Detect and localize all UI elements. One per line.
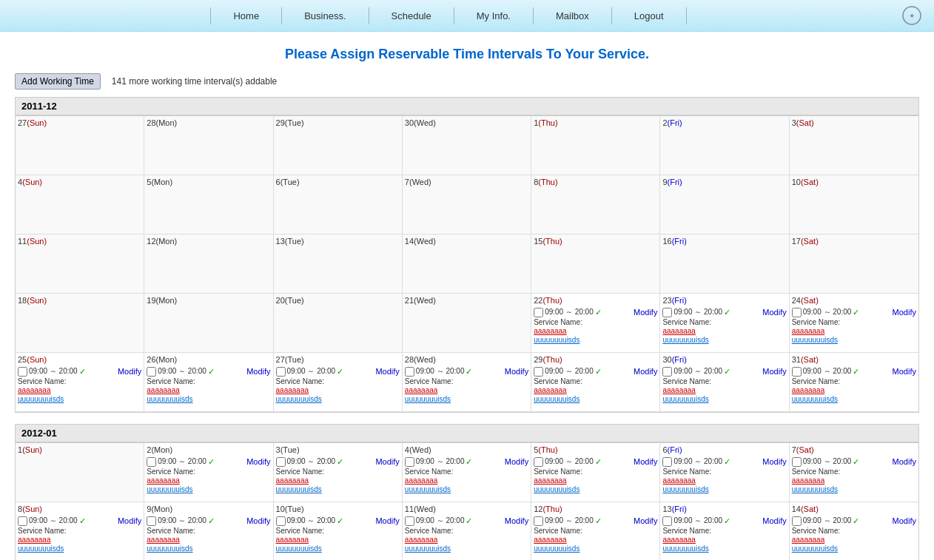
service-link[interactable]: aaaaaaaa	[18, 386, 141, 394]
modify-link[interactable]: Modify	[118, 367, 141, 376]
service-link[interactable]: aaaaaaaa	[147, 386, 270, 394]
modify-link[interactable]: Modify	[246, 457, 270, 466]
service-link[interactable]: aaaaaaaa	[405, 536, 528, 544]
time-checkbox[interactable]	[276, 457, 286, 467]
modify-link[interactable]: Modify	[634, 457, 657, 466]
time-checkbox[interactable]	[534, 367, 543, 377]
modify-link[interactable]: Modify	[634, 308, 657, 317]
service-link[interactable]: aaaaaaaa	[792, 386, 916, 394]
nav-schedule[interactable]: Schedule	[369, 7, 454, 24]
service-ids-link[interactable]: uuuuuuuuisds	[792, 485, 916, 493]
service-ids-link[interactable]: uuuuuuuuisds	[276, 485, 400, 493]
service-ids-link[interactable]: uuuuuuuuisds	[276, 544, 400, 553]
time-checkbox[interactable]	[147, 457, 156, 467]
time-checkbox[interactable]	[18, 367, 27, 377]
time-checkbox[interactable]	[534, 516, 543, 526]
modify-link[interactable]: Modify	[893, 308, 916, 317]
service-link[interactable]: aaaaaaaa	[534, 327, 657, 335]
nav-mailbox[interactable]: Mailbox	[534, 7, 612, 24]
service-ids-link[interactable]: uuuuuuuuisds	[534, 544, 657, 553]
service-link[interactable]: aaaaaaaa	[276, 386, 400, 394]
add-working-time-button[interactable]: Add Working Time	[15, 73, 101, 90]
service-link[interactable]: aaaaaaaa	[792, 327, 916, 335]
time-checkbox[interactable]	[405, 457, 414, 467]
time-checkbox[interactable]	[792, 516, 802, 526]
service-ids-link[interactable]: uuuuuuuuisds	[792, 544, 916, 553]
modify-link[interactable]: Modify	[762, 457, 786, 466]
service-link[interactable]: aaaaaaaa	[405, 476, 528, 485]
service-link[interactable]: aaaaaaaa	[276, 536, 400, 544]
modify-link[interactable]: Modify	[762, 367, 786, 376]
time-checkbox[interactable]	[662, 367, 672, 377]
service-link[interactable]: aaaaaaaa	[662, 327, 786, 335]
time-checkbox[interactable]	[276, 516, 286, 526]
service-ids-link[interactable]: uuuuuuuuisds	[534, 485, 657, 493]
service-ids-link[interactable]: uuuuuuuuisds	[405, 395, 528, 403]
modify-link[interactable]: Modify	[505, 367, 528, 376]
service-link[interactable]: aaaaaaaa	[662, 386, 786, 394]
modify-link[interactable]: Modify	[893, 516, 916, 525]
time-checkbox[interactable]	[534, 457, 543, 467]
service-ids-link[interactable]: uuuuuuuuisds	[18, 395, 141, 403]
service-link[interactable]: aaaaaaaa	[662, 476, 786, 485]
service-link[interactable]: aaaaaaaa	[662, 536, 786, 544]
service-ids-link[interactable]: uuuuuuuuisds	[534, 336, 657, 344]
service-link[interactable]: aaaaaaaa	[18, 536, 141, 544]
service-ids-link[interactable]: uuuuuuuuisds	[534, 395, 657, 403]
service-ids-link[interactable]: uuuuuuuuisds	[147, 395, 270, 403]
service-ids-link[interactable]: uuuuuuuuisds	[662, 544, 786, 553]
service-ids-link[interactable]: uuuuuuuuisds	[662, 485, 786, 493]
modify-link[interactable]: Modify	[246, 367, 270, 376]
modify-link[interactable]: Modify	[505, 457, 528, 466]
service-ids-link[interactable]: uuuuuuuuisds	[662, 336, 786, 344]
service-link[interactable]: aaaaaaaa	[534, 386, 657, 394]
service-link[interactable]: aaaaaaaa	[792, 536, 916, 544]
time-checkbox[interactable]	[18, 516, 27, 526]
service-ids-link[interactable]: uuuuuuuuisds	[147, 544, 270, 553]
time-checkbox[interactable]	[534, 308, 543, 317]
service-link[interactable]: aaaaaaaa	[534, 476, 657, 485]
time-checkbox[interactable]	[792, 367, 802, 377]
service-ids-link[interactable]: uuuuuuuuisds	[147, 485, 270, 493]
nav-logout[interactable]: Logout	[612, 7, 687, 24]
modify-link[interactable]: Modify	[893, 367, 916, 376]
time-checkbox[interactable]	[147, 367, 156, 377]
modify-link[interactable]: Modify	[118, 516, 141, 525]
modify-link[interactable]: Modify	[762, 516, 786, 525]
time-checkbox[interactable]	[662, 516, 672, 526]
service-ids-link[interactable]: uuuuuuuuisds	[792, 336, 916, 344]
service-link[interactable]: aaaaaaaa	[405, 386, 528, 394]
modify-link[interactable]: Modify	[375, 367, 399, 376]
service-ids-link[interactable]: uuuuuuuuisds	[792, 395, 916, 403]
time-checkbox[interactable]	[405, 516, 414, 526]
time-checkbox[interactable]	[792, 457, 802, 467]
modify-link[interactable]: Modify	[893, 457, 916, 466]
modify-link[interactable]: Modify	[505, 516, 528, 525]
service-link[interactable]: aaaaaaaa	[792, 476, 916, 485]
time-checkbox[interactable]	[147, 516, 156, 526]
service-ids-link[interactable]: uuuuuuuuisds	[405, 485, 528, 493]
nav-myinfo[interactable]: My Info.	[454, 7, 534, 24]
nav-home[interactable]: Home	[210, 7, 282, 24]
service-link[interactable]: aaaaaaaa	[147, 476, 270, 485]
modify-link[interactable]: Modify	[246, 516, 270, 525]
modify-link[interactable]: Modify	[634, 516, 657, 525]
service-ids-link[interactable]: uuuuuuuuisds	[662, 395, 786, 403]
modify-link[interactable]: Modify	[375, 516, 399, 525]
time-checkbox[interactable]	[662, 457, 672, 467]
modify-link[interactable]: Modify	[375, 457, 399, 466]
service-link[interactable]: aaaaaaaa	[534, 536, 657, 544]
modify-link[interactable]: Modify	[762, 308, 786, 317]
time-checkbox[interactable]	[405, 367, 414, 377]
modify-link[interactable]: Modify	[634, 367, 657, 376]
time-checkbox[interactable]	[662, 308, 672, 317]
nav-business[interactable]: Business.	[282, 7, 369, 24]
time-checkbox[interactable]	[276, 367, 286, 377]
service-ids-link[interactable]: uuuuuuuuisds	[276, 395, 400, 403]
time-checkbox[interactable]	[792, 308, 802, 317]
service-ids-link[interactable]: uuuuuuuuisds	[18, 544, 141, 553]
service-link[interactable]: aaaaaaaa	[147, 536, 270, 544]
service-ids-link[interactable]: uuuuuuuuisds	[405, 544, 528, 553]
service-link[interactable]: aaaaaaaa	[276, 476, 400, 485]
time-row: 09:00 ～ 20:00✓Modify	[662, 456, 786, 467]
